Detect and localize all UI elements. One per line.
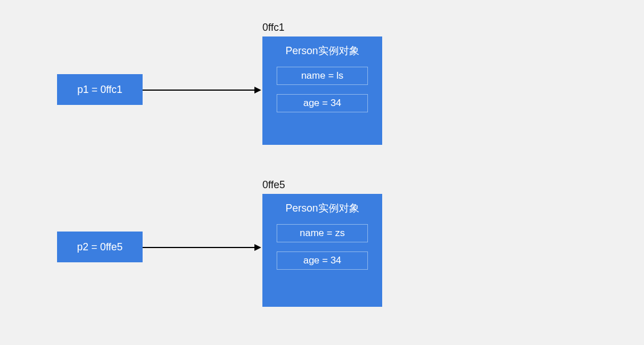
- object-p2-age-text: age = 34: [303, 255, 342, 266]
- variable-p1: p1 = 0ffc1: [57, 74, 143, 105]
- object-p2-age-field: age = 34: [277, 251, 368, 270]
- object-p2: Person实例对象 name = zs age = 34: [262, 194, 382, 307]
- arrow-p1-to-obj: [143, 84, 262, 96]
- svg-marker-3: [254, 244, 261, 251]
- address-label-p1: 0ffc1: [262, 22, 285, 34]
- object-p1-title: Person实例对象: [263, 37, 382, 62]
- object-p1: Person实例对象 name = ls age = 34: [262, 36, 382, 145]
- variable-p2: p2 = 0ffe5: [57, 232, 143, 262]
- object-p2-name-field: name = zs: [277, 224, 368, 242]
- object-p1-name-text: name = ls: [301, 70, 343, 82]
- address-label-p2: 0ffe5: [262, 179, 285, 191]
- variable-p1-label: p1 = 0ffc1: [77, 84, 122, 96]
- svg-marker-1: [254, 87, 261, 94]
- object-p2-title: Person实例对象: [263, 194, 382, 220]
- object-p1-name-field: name = ls: [277, 67, 368, 85]
- arrow-p2-to-obj: [143, 242, 262, 253]
- variable-p2-label: p2 = 0ffe5: [77, 241, 123, 253]
- object-p1-age-field: age = 34: [277, 94, 368, 112]
- object-p2-name-text: name = zs: [300, 228, 345, 239]
- object-p1-age-text: age = 34: [303, 98, 342, 109]
